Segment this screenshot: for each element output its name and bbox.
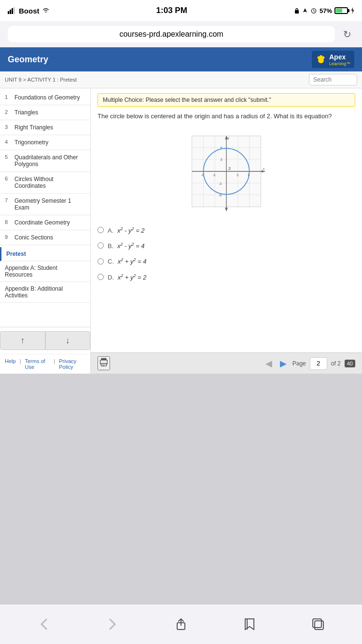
sidebar-item-pretest[interactable]: Pretest [0, 247, 90, 261]
footer-nav: ◀ ▶ Page 2 of 2 40 [264, 356, 355, 371]
svg-rect-37 [101, 358, 107, 361]
sidebar-nav: 1 Foundations of Geometry 2 Triangles 3 … [0, 88, 90, 247]
battery-icon [334, 7, 348, 14]
alarm-icon [310, 7, 317, 14]
sidebar-item-num: 5 [5, 154, 12, 168]
choice-c-label: C. x2 + y2 = 4 [108, 257, 147, 265]
answer-choice-d[interactable]: D. x2 + y2 = 2 [97, 269, 355, 284]
answer-choice-c[interactable]: C. x2 + y2 = 4 [97, 253, 355, 269]
sidebar-down-button[interactable]: ↓ [45, 331, 91, 350]
lock-icon [294, 7, 300, 14]
sidebar-item-triangles[interactable]: 2 Triangles [0, 105, 90, 120]
svg-text:3: 3 [237, 173, 238, 177]
svg-marker-27 [225, 208, 228, 211]
content-footer: ◀ ▶ Page 2 of 2 40 [91, 352, 362, 374]
sidebar: 1 Foundations of Geometry 2 Triangles 3 … [0, 88, 91, 374]
prev-page-button[interactable]: ◀ [264, 356, 274, 371]
page-input[interactable]: 2 [310, 357, 327, 370]
sidebar-item-num: 2 [5, 109, 12, 116]
sidebar-active-label: Pretest [6, 251, 26, 257]
location-icon [302, 7, 308, 14]
forward-icon [109, 618, 116, 630]
svg-rect-44 [313, 619, 321, 628]
sidebar-item-trigonometry[interactable]: 4 Trigonometry [0, 135, 90, 150]
svg-text:-3: -3 [219, 182, 222, 185]
apex-logo: Apex Learning™ [312, 51, 354, 68]
apex-logo-icon [316, 54, 326, 65]
question-text: The circle below is centered at the orig… [97, 112, 355, 121]
signal-icon [8, 7, 16, 14]
sidebar-item-quadrilaterals[interactable]: 5 Quadrilaterals and Other Polygons [0, 150, 90, 172]
sidebar-item-appendix-b[interactable]: Appendix B: Additional Activities [0, 282, 90, 303]
sidebar-item-appendix-a[interactable]: Appendix A: Student Resources [0, 261, 90, 282]
terms-link[interactable]: Terms of Use [25, 358, 50, 370]
svg-rect-2 [12, 8, 13, 14]
help-link[interactable]: Help [5, 358, 16, 370]
sidebar-item-semester-exam[interactable]: 7 Geometry Semester 1 Exam [0, 194, 90, 215]
next-page-button[interactable]: ▶ [278, 356, 289, 371]
footer-links: Help | Terms of Use | Privacy Policy [0, 354, 90, 374]
back-icon [41, 618, 47, 630]
y-axis-label: y [227, 136, 229, 140]
ios-bottom-bar [0, 604, 362, 644]
privacy-link[interactable]: Privacy Policy [59, 358, 85, 370]
ios-back-button[interactable] [32, 614, 56, 635]
apex-logo-sub: Learning™ [329, 61, 350, 66]
sidebar-item-label: Trigonometry [14, 139, 48, 146]
sidebar-item-label: Conic Sections [14, 234, 53, 241]
status-right: 57% [294, 7, 354, 14]
instruction-text: Multiple Choice: Please select the best … [103, 97, 271, 103]
radio-d[interactable] [97, 274, 104, 280]
page-label: Page [292, 360, 306, 367]
ios-forward-button[interactable] [100, 614, 125, 635]
sidebar-item-right-triangles[interactable]: 3 Right Triangles [0, 120, 90, 135]
radio-a[interactable] [97, 227, 104, 233]
radio-c[interactable] [97, 258, 104, 265]
sidebar-item-num: 4 [5, 139, 12, 146]
sidebar-item-num: 3 [5, 124, 12, 131]
charging-icon [350, 7, 354, 14]
breadcrumb-row: UNIT 9 > ACTIVITY 1 : Pretest [0, 71, 362, 88]
answer-choice-b[interactable]: B. x2 - y2 = 4 [97, 238, 355, 253]
svg-rect-0 [8, 11, 9, 14]
sidebar-up-button[interactable]: ↑ [0, 331, 45, 350]
svg-rect-3 [14, 7, 15, 14]
status-left: Boost [8, 7, 50, 15]
circle-radius-label: 2 [228, 166, 231, 171]
svg-rect-45 [315, 621, 323, 630]
sidebar-item-label: Coordinate Geometry [14, 219, 70, 226]
svg-text:-3: -3 [212, 173, 215, 177]
sidebar-item-circles[interactable]: 6 Circles Without Coordinates [0, 172, 90, 194]
page-total-badge: 40 [345, 360, 355, 367]
ios-bottom-spacer [0, 374, 362, 414]
browser-bar: courses-prd.apexlearning.com ↻ [0, 21, 362, 47]
radio-b[interactable] [97, 242, 104, 249]
bookmarks-icon [244, 618, 255, 630]
graph-container: x y 6 3 -3 -6 -6 -3 3 6 [97, 128, 355, 215]
url-bar[interactable]: courses-prd.apexlearning.com [8, 26, 335, 42]
ios-share-button[interactable] [169, 614, 193, 635]
coordinate-graph: x y 6 3 -3 -6 -6 -3 3 6 [188, 128, 265, 215]
ios-tabs-button[interactable] [306, 614, 330, 635]
appendix-a-label: Appendix A: Student Resources [5, 265, 57, 278]
ios-bookmarks-button[interactable] [237, 614, 262, 635]
instruction-banner: Multiple Choice: Please select the best … [97, 93, 355, 107]
sidebar-item-num: 8 [5, 219, 12, 226]
answer-choice-a[interactable]: A. x2 - y2 = 2 [97, 223, 355, 238]
choice-d-label: D. x2 + y2 = 2 [108, 273, 147, 280]
answer-choices: A. x2 - y2 = 2 B. x2 - y2 = 4 C. x2 + [97, 223, 355, 285]
sidebar-item-foundations[interactable]: 1 Foundations of Geometry [0, 90, 90, 105]
sidebar-item-num: 9 [5, 234, 12, 241]
reload-button[interactable]: ↻ [340, 28, 354, 40]
print-button[interactable] [97, 356, 110, 370]
main-panel: Multiple Choice: Please select the best … [91, 88, 362, 374]
sidebar-item-coordinate[interactable]: 8 Coordinate Geometry [0, 215, 90, 230]
of-text: of 2 [331, 360, 341, 367]
svg-point-11 [321, 56, 324, 59]
status-bar: Boost 1:03 PM 57% [0, 0, 362, 21]
sidebar-item-num: 6 [5, 176, 12, 189]
sidebar-item-conic[interactable]: 9 Conic Sections [0, 230, 90, 245]
search-input[interactable] [309, 74, 357, 85]
sidebar-item-label: Triangles [14, 109, 38, 116]
printer-icon [98, 357, 109, 367]
